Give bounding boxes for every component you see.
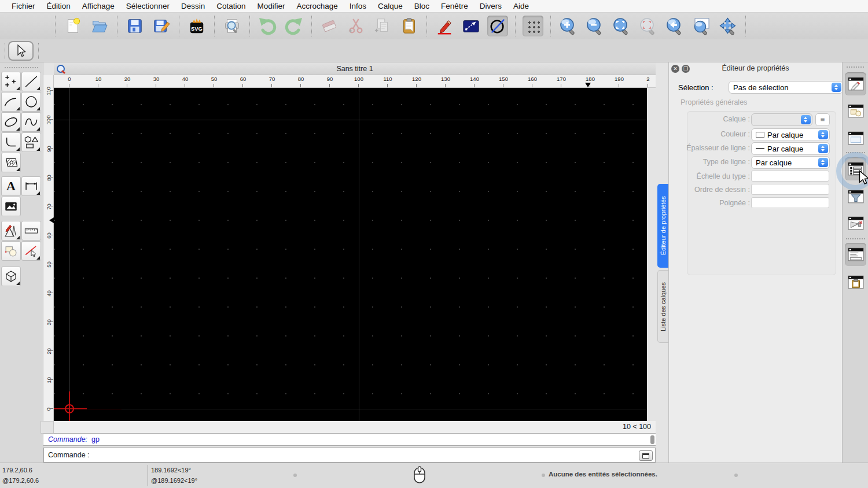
- spline-tools-button[interactable]: [21, 112, 41, 132]
- command-history-panel-button[interactable]: [845, 243, 866, 266]
- svg-export-icon: SVG: [188, 17, 205, 35]
- menu-item[interactable]: Dessin: [175, 0, 211, 13]
- document-title-bar[interactable]: Sans titre 1: [54, 62, 656, 75]
- selection-filter-panel-button[interactable]: [845, 99, 866, 123]
- ruler-label: 120: [402, 76, 431, 82]
- modify-tools-button[interactable]: [21, 241, 41, 261]
- command-input[interactable]: [92, 449, 655, 461]
- pan-button[interactable]: [718, 16, 738, 36]
- selection-dropdown[interactable]: Pas de sélection: [729, 81, 843, 94]
- command-history[interactable]: Commande: gp: [43, 434, 656, 446]
- save-button[interactable]: [124, 16, 145, 36]
- menu-item[interactable]: Fenêtre: [435, 0, 474, 13]
- measure-tool-button[interactable]: [21, 221, 41, 241]
- paste-button[interactable]: [399, 16, 420, 36]
- layer-dropdown[interactable]: [751, 113, 812, 126]
- typescale-input[interactable]: [751, 171, 829, 182]
- misc-draw-tools-icon: [3, 223, 19, 238]
- command-window-toggle-button[interactable]: [639, 450, 653, 461]
- menu-item[interactable]: Fichier: [6, 0, 41, 13]
- clipboard-panel-button[interactable]: [845, 271, 866, 294]
- open-file-button[interactable]: [89, 16, 110, 36]
- strip-drag-handle[interactable]: [847, 66, 864, 68]
- svg-export-button[interactable]: SVG: [186, 16, 207, 36]
- command-history-panel-icon: [848, 247, 864, 261]
- blank-panel-icon: [848, 131, 864, 145]
- menu-item[interactable]: Sélectionner: [120, 0, 175, 13]
- arc-tools-button[interactable]: [1, 92, 21, 112]
- ellipse-tools-button[interactable]: [1, 112, 21, 132]
- image-tool-button[interactable]: [1, 197, 21, 216]
- menu-item[interactable]: Calque: [372, 0, 409, 13]
- menu-item[interactable]: Affichage: [76, 0, 120, 13]
- line-tool-button[interactable]: [461, 16, 481, 36]
- new-file-button[interactable]: [62, 16, 83, 36]
- property-editor-panel-button[interactable]: [845, 72, 866, 95]
- zoom-out-button[interactable]: [584, 16, 605, 36]
- blank-panel-button[interactable]: [845, 127, 866, 150]
- ruler-label: 10: [84, 76, 113, 82]
- menu-item[interactable]: Divers: [474, 0, 507, 13]
- lineweight-dropdown[interactable]: Par calque: [751, 142, 830, 155]
- point-tools-button[interactable]: [1, 72, 21, 91]
- toolbar-separator: [5, 43, 5, 59]
- print-preview-button[interactable]: [222, 16, 242, 36]
- zoom-previous-button[interactable]: [664, 16, 685, 36]
- menu-item[interactable]: Infos: [344, 0, 372, 13]
- menu-item[interactable]: Aide: [507, 0, 535, 13]
- ellipse-tools-icon: [3, 114, 19, 130]
- hatch-tool-button[interactable]: [1, 153, 21, 172]
- ruler-label: 90: [315, 76, 344, 82]
- line-tool-icon: [462, 17, 480, 35]
- linetype-dropdown[interactable]: Par calque: [751, 156, 830, 169]
- typescale-label: Échelle du type :: [669, 172, 750, 180]
- circle-tools-button[interactable]: [21, 92, 41, 112]
- draworder-input[interactable]: [751, 184, 829, 195]
- zoom-previous-icon: [665, 17, 684, 35]
- dimension-tools-button[interactable]: [21, 176, 41, 196]
- group-title: Propriétés générales: [681, 98, 747, 106]
- menu-item[interactable]: Édition: [41, 0, 76, 13]
- zoom-selection-icon: [639, 17, 657, 35]
- selection-tools-button[interactable]: [1, 241, 21, 261]
- scrollbar-thumb[interactable]: [650, 435, 654, 444]
- ruler-label: 110: [373, 76, 402, 82]
- viewport-panel-button[interactable]: [845, 212, 866, 235]
- layer-menu-button[interactable]: ≡: [815, 113, 830, 126]
- palette-drag-handle[interactable]: [5, 67, 38, 68]
- save-as-button[interactable]: [151, 16, 172, 36]
- line-tools-button[interactable]: [21, 72, 41, 91]
- tab-layer-list[interactable]: Liste des calques: [657, 270, 668, 343]
- ruler-label: 20: [43, 337, 54, 365]
- zoom-in-button[interactable]: [558, 16, 579, 36]
- tab-property-editor[interactable]: Éditeur de propriétés: [657, 184, 668, 268]
- undo-button[interactable]: [257, 16, 278, 36]
- command-history-label: Commande:: [48, 435, 87, 443]
- handle-input[interactable]: [751, 197, 829, 208]
- grid-toggle-button[interactable]: [523, 16, 543, 36]
- color-dropdown[interactable]: Par calque: [751, 128, 830, 141]
- dropdown-stepper-icon: [818, 158, 828, 167]
- menu-item[interactable]: Modifier: [251, 0, 290, 13]
- menu-item[interactable]: Accrochage: [290, 0, 343, 13]
- pointer-tool-button[interactable]: [8, 41, 34, 61]
- shape-tools-button[interactable]: [21, 132, 41, 152]
- ruler-label: 40: [171, 76, 200, 82]
- draw-pencil-button[interactable]: [434, 16, 455, 36]
- polyline-tools-button[interactable]: [1, 132, 21, 152]
- drawing-canvas[interactable]: [54, 88, 647, 421]
- zoom-window-button[interactable]: [691, 16, 712, 36]
- misc-draw-tools-button[interactable]: [1, 221, 21, 241]
- save-icon: [126, 17, 144, 35]
- text-tool-button[interactable]: A: [1, 176, 21, 196]
- ruler-label: 100: [43, 105, 54, 134]
- dropdown-stepper-icon: [832, 83, 841, 92]
- menu-item[interactable]: Cotation: [211, 0, 251, 13]
- zoom-auto-button[interactable]: [611, 16, 632, 36]
- menu-item[interactable]: Bloc: [409, 0, 435, 13]
- circle-tool-button[interactable]: [487, 16, 508, 36]
- color-swatch: [756, 132, 764, 138]
- redo-button[interactable]: [284, 16, 304, 36]
- solid-tools-button[interactable]: [1, 267, 21, 286]
- hatch-tool-icon: [3, 155, 19, 170]
